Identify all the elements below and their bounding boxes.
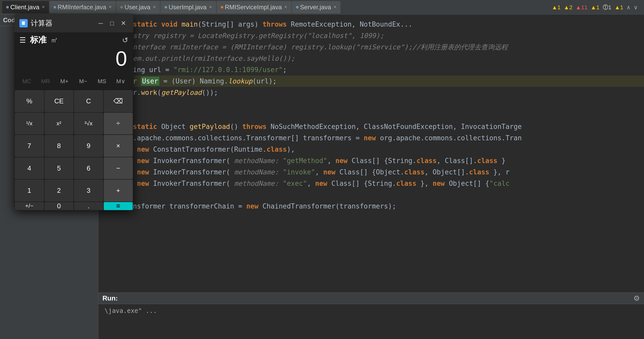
code-line-2: // Registry registry = LocateRegistry.ge… xyxy=(98,30,644,41)
nine-button[interactable]: 9 xyxy=(74,135,103,157)
two-button[interactable]: 2 xyxy=(45,180,74,202)
calc-display-value: 0 xyxy=(116,47,127,71)
calc-title: 计算器 xyxy=(31,18,53,28)
tab-close[interactable]: × xyxy=(334,4,337,10)
tab-dot xyxy=(54,6,56,9)
percent-button[interactable]: % xyxy=(15,90,44,112)
calc-mode-header: ☰ 标准 ㎡ ↺ xyxy=(14,32,133,47)
tab-label: UserImpl.java xyxy=(169,4,207,11)
six-button[interactable]: 6 xyxy=(74,157,103,179)
code-line-14: new InvokerTransformer( methodName: "exe… xyxy=(98,178,644,189)
hamburger-menu-icon[interactable]: ☰ xyxy=(19,36,26,44)
calc-titlebar-left: 🖩 计算器 xyxy=(19,18,53,28)
calc-titlebar: 🖩 计算器 ─ □ ✕ xyxy=(14,14,133,32)
code-line-empty xyxy=(98,110,644,121)
calc-app-icon: 🖩 xyxy=(19,19,28,27)
sqrt-button[interactable]: ²√x xyxy=(74,113,103,135)
run-content: \java.exe" ... xyxy=(98,304,644,318)
calc-mode-label: 标准 xyxy=(30,34,47,46)
backspace-button[interactable]: ⌫ xyxy=(104,90,133,112)
calc-buttons-grid: % CE C ⌫ ¹/x x² ²√x ÷ 7 8 9 × 4 5 6 − 1 … xyxy=(14,90,133,211)
negate-button[interactable]: +/− xyxy=(15,202,44,210)
four-button[interactable]: 4 xyxy=(15,157,44,179)
memory-view-button[interactable]: M∨ xyxy=(111,75,130,88)
code-line-4: // System.out.println(rmiInterface.sayHe… xyxy=(98,53,644,64)
decimal-button[interactable]: . xyxy=(74,202,103,210)
subtract-button[interactable]: − xyxy=(104,157,133,179)
seven-button[interactable]: 7 xyxy=(15,135,44,157)
calc-history-button[interactable]: ↺ xyxy=(122,36,128,44)
code-line-13: new InvokerTransformer( methodName: "inv… xyxy=(98,166,644,178)
tab-label: Client.java xyxy=(10,4,39,11)
nav-up[interactable]: ∧ xyxy=(626,4,631,11)
multiply-button[interactable]: × xyxy=(104,135,133,157)
run-label: Run: xyxy=(102,294,118,302)
warn-4: ▲1 xyxy=(591,4,599,11)
calc-maximize-button[interactable]: □ xyxy=(107,19,117,28)
warn-6: ▲1 xyxy=(615,4,623,11)
code-editor[interactable]: public static void main(String[] args) t… xyxy=(98,14,644,292)
tab-userimpl[interactable]: UserImpl.java × xyxy=(160,1,216,13)
square-button[interactable]: x² xyxy=(45,113,74,135)
ce-button[interactable]: CE xyxy=(45,90,74,112)
code-line-10: org.apache.commons.collections.Transform… xyxy=(98,132,644,144)
tab-label: RMIServiceImpl.java xyxy=(225,4,282,11)
calc-minimize-button[interactable]: ─ xyxy=(96,19,105,28)
five-button[interactable]: 5 xyxy=(45,157,74,179)
tab-close[interactable]: × xyxy=(153,4,156,10)
tab-dot xyxy=(296,6,299,9)
run-header: Run: ⚙ xyxy=(98,293,644,304)
divide-button[interactable]: ÷ xyxy=(104,113,133,135)
warn-1: ▲1 xyxy=(552,4,560,11)
three-button[interactable]: 3 xyxy=(74,180,103,202)
code-line-11: new ConstantTransformer(Runtime.class), xyxy=(98,144,644,155)
tab-client-java[interactable]: Client.java × xyxy=(2,1,49,13)
warn-2: ▲2 xyxy=(564,4,572,11)
calc-titlebar-buttons: ─ □ ✕ xyxy=(96,19,128,28)
nav-down[interactable]: ∨ xyxy=(634,4,638,11)
tab-close[interactable]: × xyxy=(209,4,212,10)
memory-store-button[interactable]: MS xyxy=(93,75,112,88)
tab-close[interactable]: × xyxy=(42,4,45,10)
memory-add-button[interactable]: M+ xyxy=(55,75,74,88)
tab-label: User.java xyxy=(124,4,150,11)
memory-recall-button[interactable]: MR xyxy=(36,75,55,88)
tab-close[interactable]: × xyxy=(109,4,112,10)
calc-mode-sub-icon: ㎡ xyxy=(51,35,58,45)
eight-button[interactable]: 8 xyxy=(45,135,74,157)
run-gear-icon[interactable]: ⚙ xyxy=(633,294,640,303)
one-button[interactable]: 1 xyxy=(15,180,44,202)
add-button[interactable]: + xyxy=(104,180,133,202)
code-line-9: public static Object getPayload() throws… xyxy=(98,121,644,132)
code-line-15: }; xyxy=(98,189,644,201)
warn-3: ▲11 xyxy=(575,4,587,11)
reciprocal-button[interactable]: ¹/x xyxy=(15,113,44,135)
run-panel: Run: ⚙ \java.exe" ... xyxy=(98,292,644,339)
code-line-1: public static void main(String[] args) t… xyxy=(98,19,644,30)
equals-button[interactable]: = xyxy=(104,202,133,210)
code-line-5: String url = "rmi://127.0.0.1:1099/user"… xyxy=(98,64,644,75)
memory-clear-button[interactable]: MC xyxy=(17,75,36,88)
calc-display: 0 xyxy=(14,47,133,73)
tab-label: RMIInterface.java xyxy=(58,4,106,11)
warn-5: ⓵1 xyxy=(603,4,611,11)
tab-dot xyxy=(221,6,223,9)
calc-close-button[interactable]: ✕ xyxy=(119,19,128,28)
tab-bar: Client.java × RMIInterface.java × User.j… xyxy=(0,0,644,14)
tab-server[interactable]: Server.java × xyxy=(292,1,341,13)
tab-label: Server.java xyxy=(300,4,331,11)
calc-memory-row: MC MR M+ M− MS M∨ xyxy=(14,73,133,90)
clear-button[interactable]: C xyxy=(74,90,103,112)
zero-button[interactable]: 0 xyxy=(45,202,74,210)
code-line-16: Transformer transformerChain = new Chain… xyxy=(98,201,644,212)
tab-dot xyxy=(165,6,167,9)
code-line-12: new InvokerTransformer( methodName: "get… xyxy=(98,155,644,166)
warning-bar: ▲1 ▲2 ▲11 ▲1 ⓵1 ▲1 ∧ ∨ xyxy=(552,4,638,11)
tab-close[interactable]: × xyxy=(284,4,287,10)
tab-user[interactable]: User.java × xyxy=(116,1,160,13)
memory-sub-button[interactable]: M− xyxy=(74,75,93,88)
tab-rmiinterface[interactable]: RMIInterface.java × xyxy=(49,1,116,13)
tab-dot xyxy=(120,6,123,9)
tab-rmiserviceimpl[interactable]: RMIServiceImpl.java × xyxy=(217,1,291,13)
code-line-7: User.work(getPayload()); xyxy=(98,87,644,98)
